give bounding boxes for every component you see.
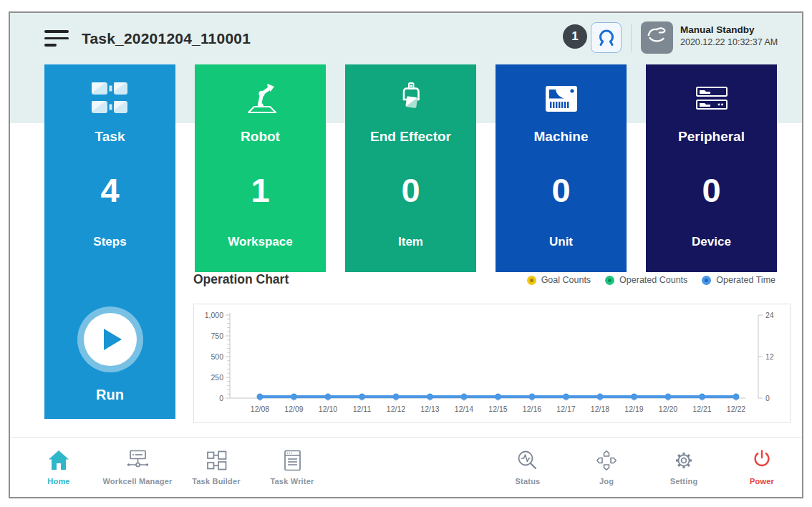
end-effector-button[interactable] bbox=[591, 22, 622, 53]
workcell-manager-icon bbox=[91, 444, 184, 473]
svg-text:12/22: 12/22 bbox=[727, 405, 745, 413]
topbar-divider bbox=[631, 24, 632, 52]
hand-icon bbox=[644, 23, 671, 53]
play-icon bbox=[84, 313, 137, 366]
card-peripheral[interactable]: Peripheral 0 Device bbox=[646, 64, 777, 272]
card-robot-label: Robot bbox=[195, 129, 326, 145]
machine-icon bbox=[496, 79, 627, 119]
svg-text:12/16: 12/16 bbox=[523, 405, 541, 413]
svg-text:12/13: 12/13 bbox=[420, 405, 439, 413]
card-machine-label: Machine bbox=[496, 129, 627, 145]
svg-text:12/21: 12/21 bbox=[692, 405, 711, 413]
card-robot-unit: Workspace bbox=[195, 235, 326, 249]
svg-text:0: 0 bbox=[219, 394, 223, 402]
nav-task-writer[interactable]: Task Writer bbox=[253, 444, 332, 496]
nav-task-builder[interactable]: Task Builder bbox=[177, 444, 256, 496]
svg-text:12/15: 12/15 bbox=[488, 405, 507, 413]
svg-text:12/10: 12/10 bbox=[319, 405, 337, 413]
svg-text:12/17: 12/17 bbox=[556, 405, 575, 413]
robot-mode-status: Manual Standby 2020.12.22 10:32:37 AM bbox=[680, 24, 778, 47]
card-end-effector-label: End Effector bbox=[345, 129, 476, 145]
operation-chart: 1,00075050025002412012/0812/0912/1012/11… bbox=[193, 304, 791, 422]
legend-operated-time: Operated Time bbox=[702, 275, 775, 285]
hamburger-menu-icon[interactable] bbox=[44, 30, 69, 50]
jog-dpad-icon bbox=[578, 444, 635, 473]
mode-timestamp: 2020.12.22 10:32:37 AM bbox=[680, 37, 778, 47]
end-effector-gripper-icon bbox=[345, 79, 476, 119]
chart-legend: Goal Counts Operated Counts Operated Tim… bbox=[527, 275, 775, 285]
setting-gear-icon bbox=[655, 444, 712, 473]
legend-operated-counts: Operated Counts bbox=[605, 275, 687, 285]
svg-text:12/14: 12/14 bbox=[455, 405, 473, 413]
mode-label: Manual Standby bbox=[680, 24, 778, 35]
notification-badge[interactable]: 1 bbox=[563, 24, 587, 49]
svg-text:0: 0 bbox=[765, 394, 770, 402]
svg-text:12/11: 12/11 bbox=[353, 405, 372, 413]
svg-text:500: 500 bbox=[211, 352, 223, 361]
power-icon bbox=[733, 444, 791, 473]
card-task[interactable]: Task 4 Steps Run bbox=[44, 64, 175, 419]
manual-mode-button[interactable] bbox=[641, 21, 673, 54]
card-task-unit: Steps bbox=[44, 235, 175, 249]
svg-text:12/12: 12/12 bbox=[387, 405, 405, 413]
task-icon bbox=[44, 79, 175, 119]
card-peripheral-label: Peripheral bbox=[646, 129, 777, 145]
nav-divider bbox=[10, 437, 802, 438]
svg-text:12/09: 12/09 bbox=[284, 405, 303, 413]
legend-goal-counts: Goal Counts bbox=[527, 275, 591, 285]
card-end-effector-value: 0 bbox=[345, 169, 476, 212]
run-label: Run bbox=[44, 387, 175, 403]
task-writer-icon bbox=[253, 444, 332, 473]
svg-text:12/19: 12/19 bbox=[624, 405, 643, 413]
operated-time-dot-icon bbox=[702, 276, 711, 285]
card-peripheral-unit: Device bbox=[646, 235, 777, 249]
card-task-label: Task bbox=[44, 129, 175, 145]
run-play-button[interactable] bbox=[77, 306, 143, 372]
card-end-effector[interactable]: End Effector 0 Item bbox=[345, 64, 476, 272]
nav-home[interactable]: Home bbox=[30, 444, 87, 496]
task-builder-icon bbox=[177, 444, 256, 473]
card-machine[interactable]: Machine 0 Unit bbox=[496, 64, 627, 272]
nav-workcell-manager[interactable]: Workcell Manager bbox=[91, 444, 184, 496]
goal-counts-dot-icon bbox=[527, 276, 536, 285]
svg-text:1,000: 1,000 bbox=[205, 311, 223, 319]
nav-setting[interactable]: Setting bbox=[655, 444, 712, 496]
page-title: Task_20201204_110001 bbox=[82, 30, 251, 47]
card-end-effector-unit: Item bbox=[345, 235, 476, 249]
svg-text:12/08: 12/08 bbox=[251, 405, 269, 413]
operated-counts-dot-icon bbox=[605, 276, 614, 285]
card-robot[interactable]: Robot 1 Workspace bbox=[195, 64, 326, 272]
svg-text:24: 24 bbox=[765, 311, 774, 319]
gripper-icon bbox=[594, 24, 619, 52]
svg-text:12: 12 bbox=[765, 352, 774, 361]
nav-jog[interactable]: Jog bbox=[578, 444, 635, 496]
card-task-value: 4 bbox=[44, 169, 175, 212]
svg-text:750: 750 bbox=[211, 332, 223, 340]
status-magnifier-icon bbox=[499, 444, 556, 473]
chart-title: Operation Chart bbox=[193, 272, 289, 287]
peripheral-server-icon bbox=[646, 79, 777, 119]
card-robot-value: 1 bbox=[195, 169, 326, 212]
svg-text:12/20: 12/20 bbox=[659, 405, 677, 413]
svg-text:12/18: 12/18 bbox=[591, 405, 609, 413]
home-icon bbox=[30, 444, 87, 473]
robot-arm-icon bbox=[195, 79, 326, 119]
nav-status[interactable]: Status bbox=[499, 444, 556, 496]
card-machine-unit: Unit bbox=[496, 235, 627, 249]
svg-text:250: 250 bbox=[211, 373, 223, 382]
app-window: Task_20201204_110001 1 Manual Standby 20… bbox=[9, 11, 803, 498]
card-machine-value: 0 bbox=[496, 169, 627, 212]
card-peripheral-value: 0 bbox=[646, 169, 777, 212]
nav-power[interactable]: Power bbox=[733, 444, 791, 496]
